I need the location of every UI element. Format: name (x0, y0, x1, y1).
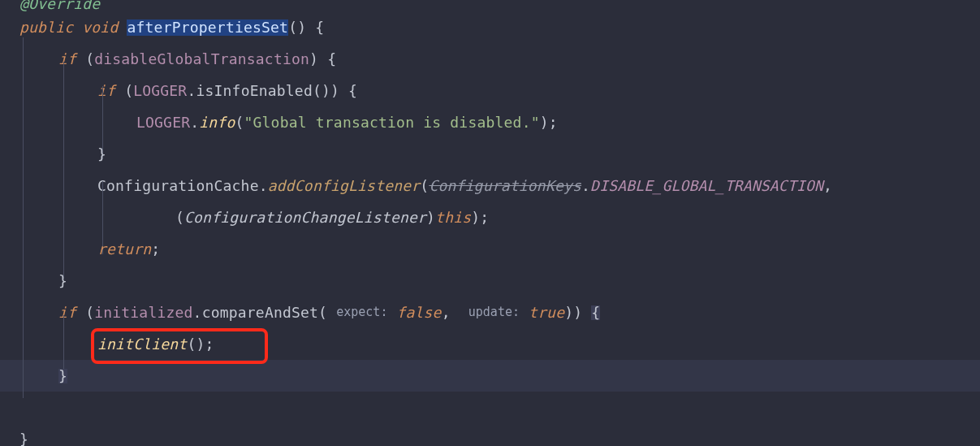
close-brace: } (19, 432, 28, 447)
matched-brace-caret: } (58, 369, 67, 383)
code-line[interactable]: LOGGER.info("Global transaction is disab… (0, 106, 980, 138)
logger-ref: LOGGER (133, 84, 187, 98)
string-literal: "Global transaction is disabled." (244, 115, 539, 130)
field-ref: disableGlobalTransaction (94, 52, 309, 67)
code-editor[interactable]: @Override public void afterPropertiesSet… (0, 0, 980, 446)
code-line[interactable]: initClient(); (0, 328, 980, 360)
annotation: @Override (19, 0, 100, 11)
keyword-void: void (82, 20, 118, 35)
bool-literal: true (529, 305, 564, 320)
code-line[interactable]: } (0, 360, 980, 392)
method-call-initclient: initClient (97, 337, 187, 352)
keyword-public: public (19, 20, 73, 35)
code-line[interactable]: } (0, 423, 980, 446)
logger-ref: LOGGER (136, 115, 190, 130)
method-call: isInfoEnabled (196, 84, 312, 98)
method-call: compareAndSet (202, 305, 318, 320)
code-line[interactable]: @Override (0, 0, 980, 11)
param-hint: expect: (336, 306, 387, 318)
keyword-return: return (97, 242, 151, 257)
code-line[interactable] (0, 392, 980, 423)
field-ref: initialized (94, 305, 192, 320)
code-line[interactable]: public void afterPropertiesSet() { (0, 11, 980, 43)
param-hint: update: (468, 306, 520, 318)
close-brace: } (97, 147, 106, 162)
code-line[interactable]: } (0, 138, 980, 170)
code-line[interactable]: if (LOGGER.isInfoEnabled()) { (0, 75, 980, 106)
method-name-selected: afterPropertiesSet (127, 19, 288, 36)
bool-literal: false (396, 305, 441, 320)
deprecated-class-ref: ConfigurationKeys (429, 179, 581, 193)
method-call: info (199, 115, 235, 130)
code-line[interactable]: (ConfigurationChangeListener)this); (0, 201, 980, 233)
close-brace: } (58, 274, 67, 288)
cast-type: ConfigurationChangeListener (184, 210, 426, 225)
this-ref: this (435, 210, 471, 225)
code-line[interactable]: if (initialized.compareAndSet( expect: f… (0, 297, 980, 328)
method-call: addConfigListener (268, 179, 421, 193)
constant-ref: DISABLE_GLOBAL_TRANSACTION (590, 179, 823, 193)
matched-brace: { (591, 305, 600, 320)
code-line[interactable]: if (disableGlobalTransaction) { (0, 43, 980, 75)
code-line[interactable]: } (0, 265, 980, 297)
